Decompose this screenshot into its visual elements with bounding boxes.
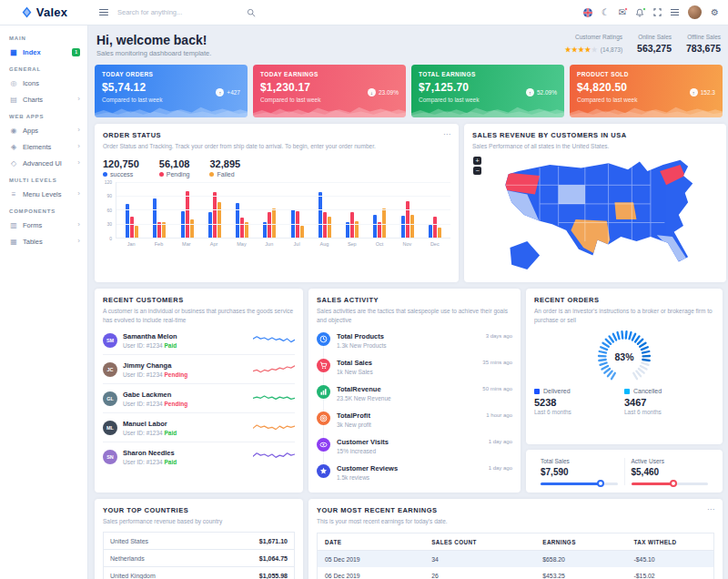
top-countries-card: YOUR TOP COUNTRIES Sales performance rev… <box>95 499 303 579</box>
map-alaska[interactable] <box>510 241 540 269</box>
stat-card-0[interactable]: TODAY ORDERS $5,74.12 Compared to last w… <box>95 65 248 117</box>
activity-row[interactable]: Customer Visits 15% increased 1 day ago <box>317 432 512 459</box>
bar-failed[interactable] <box>328 217 331 238</box>
logo-diamond-icon <box>21 6 33 18</box>
sidebar-item-elements[interactable]: ◈ Elements › <box>0 138 87 155</box>
activity-row[interactable]: TotalProfit 3k New profit 1 hour ago <box>317 406 512 432</box>
bar-failed[interactable] <box>135 226 138 238</box>
bar-failed[interactable] <box>438 228 441 238</box>
customer-row[interactable]: GL Gabe Lackmen User ID: #1234 Pending <box>103 384 295 413</box>
customer-row[interactable]: SM Samantha Melon User ID: #1234 Paid <box>103 326 295 355</box>
usa-map[interactable] <box>483 154 718 275</box>
search-icon[interactable] <box>247 8 256 17</box>
map-zoom-out-button[interactable]: − <box>473 167 481 175</box>
mail-icon[interactable]: ✉ <box>619 8 626 17</box>
stat-card-1[interactable]: TODAY EARNINGS $1,230.17 Compared to las… <box>253 65 406 117</box>
bar-pending[interactable] <box>213 192 217 237</box>
slider-track[interactable] <box>541 482 618 485</box>
map-state-wyoming[interactable] <box>559 185 585 204</box>
activity-row[interactable]: Total Products 1.3k New Products 3 days … <box>317 327 512 353</box>
slider-track[interactable] <box>632 482 709 485</box>
country-amount: $1,055.98 <box>259 573 288 579</box>
bar-pending[interactable] <box>406 201 410 238</box>
bar-pending[interactable] <box>296 211 299 237</box>
hamburger-icon[interactable] <box>99 7 108 17</box>
map-state-texas[interactable] <box>571 219 610 257</box>
bar-pending[interactable] <box>323 212 327 238</box>
customer-name: Samantha Melon <box>123 332 177 340</box>
recent-orders-card: RECENT ORDERS An order is an investor's … <box>526 289 723 445</box>
gear-icon[interactable]: ⚙ <box>711 8 719 17</box>
country-row[interactable]: United Kingdom $1,055.98 <box>103 566 295 579</box>
bar-failed[interactable] <box>410 215 414 237</box>
legend-dot-icon <box>209 172 214 177</box>
bell-icon[interactable] <box>635 8 644 17</box>
customer-row[interactable]: SN Sharon Needles User ID: #1234 Paid <box>103 442 295 471</box>
bar-success[interactable] <box>208 212 212 238</box>
bar-pending[interactable] <box>378 222 381 237</box>
y-tick-label: 120 <box>105 179 112 185</box>
activity-row[interactable]: Total Sales 1k New Sales 35 mins ago <box>317 353 512 380</box>
bar-success[interactable] <box>429 225 432 238</box>
country-row[interactable]: United States $1,671.10 <box>103 532 295 550</box>
bar-pending[interactable] <box>130 217 134 238</box>
country-row[interactable]: Netherlands $1,064.75 <box>103 549 295 567</box>
earnings-table-row[interactable]: 05 Dec 2019 34 $658.20 -$45.10 <box>318 551 714 568</box>
gauge-percent-label: 83% <box>614 351 634 362</box>
sidebar-item-apps[interactable]: ◉ Apps › <box>0 122 87 138</box>
earnings-table-row[interactable]: 06 Dec 2019 26 $453.25 -$15.02 <box>318 567 714 579</box>
customer-row[interactable]: JC Jimmy Changa User ID: #1234 Pending <box>103 355 295 384</box>
moon-icon[interactable]: ☾ <box>602 8 610 17</box>
bar-pending[interactable] <box>433 217 437 238</box>
stat-card-2[interactable]: TOTAL EARNINGS $7,125.70 Compared to las… <box>411 65 564 117</box>
search-input[interactable] <box>117 8 245 16</box>
recent-earnings-menu-icon[interactable]: ⋯ <box>707 506 714 513</box>
customer-row[interactable]: ML Manuel Labor User ID: #1234 Paid <box>103 413 295 442</box>
rating-stars-icon: ★★★★ <box>565 46 592 54</box>
order-status-menu-icon[interactable]: ⋯ <box>443 131 450 138</box>
customer-meta: User ID: #1234 Pending <box>123 371 187 378</box>
levels-icon: ≡ <box>9 190 18 198</box>
bar-success[interactable] <box>236 203 239 238</box>
map-state-missouri[interactable] <box>614 202 636 219</box>
bar-success[interactable] <box>153 198 157 238</box>
sidebar-item-tables[interactable]: ▦ Tables › <box>0 233 87 249</box>
order-status-totals: 120,750 success 56,108 Pending 32,895 Fa… <box>103 158 450 178</box>
activity-row[interactable]: Customer Reviews 1.5k reviews 1 day ago <box>317 459 512 485</box>
map-zoom-in-button[interactable]: + <box>473 157 481 165</box>
flag-icon[interactable] <box>583 8 592 17</box>
logo[interactable]: Valex <box>0 5 88 19</box>
recent-orders-title: RECENT ORDERS <box>534 296 714 304</box>
sidebar-item-forms[interactable]: ▥ Forms › <box>0 217 87 233</box>
fullscreen-icon[interactable] <box>653 8 662 16</box>
earnings-sales-count: 34 <box>424 551 535 568</box>
avatar[interactable] <box>688 5 702 19</box>
bar-pending[interactable] <box>186 191 189 238</box>
bar-pending[interactable] <box>240 218 244 237</box>
stat-card-3[interactable]: PRODUCT SOLD $4,820.50 Compared to last … <box>570 65 723 117</box>
legend-note: Last 6 months <box>624 409 714 415</box>
bar-success[interactable] <box>373 215 377 237</box>
bar-failed[interactable] <box>300 226 304 238</box>
bar-success[interactable] <box>401 216 405 238</box>
lines-icon[interactable] <box>671 7 679 16</box>
map-subtitle: Sales Performance of all states in the U… <box>472 142 718 151</box>
bar-failed[interactable] <box>245 222 248 237</box>
activity-row[interactable]: TotalRevenue 23.5K New Revenue 50 mins a… <box>317 380 512 406</box>
sidebar-item-charts[interactable]: ▤ Charts › <box>0 91 87 107</box>
gridline <box>116 196 450 197</box>
bar-failed[interactable] <box>217 202 221 238</box>
slider-handle[interactable] <box>597 480 604 487</box>
order-total: 32,895 Failed <box>209 158 240 178</box>
sidebar-item-menu-levels[interactable]: ≡ Menu Levels › <box>0 186 87 202</box>
bar-success[interactable] <box>318 192 322 237</box>
customer-meta: User ID: #1234 Paid <box>123 342 177 349</box>
sidebar-item-advanced-ui[interactable]: ◇ Advanced UI › <box>0 155 87 171</box>
sidebar-item-icons[interactable]: ◎ Icons <box>0 75 87 91</box>
slider-handle[interactable] <box>670 480 677 487</box>
sidebar-item-index[interactable]: ▦ Index 1 <box>0 44 87 60</box>
bar-failed[interactable] <box>190 219 194 237</box>
bar-pending[interactable] <box>268 212 271 237</box>
bar-pending[interactable] <box>350 212 354 237</box>
bar-success[interactable] <box>181 211 185 237</box>
